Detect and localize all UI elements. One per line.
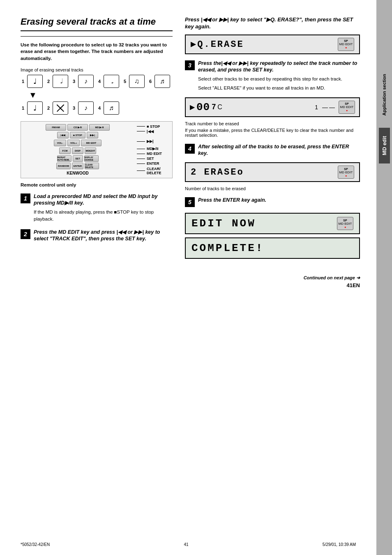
track-num-r2-2: 2 bbox=[46, 106, 51, 111]
step-5-num: 5 bbox=[185, 197, 195, 207]
btn-stop: ■ STOP bbox=[70, 132, 85, 138]
track-note: If you make a mistake, press the CLEAR/D… bbox=[185, 128, 360, 138]
footer: *5052/32-42/EN 41 5/29/01, 10:39 AM bbox=[21, 542, 356, 547]
label-md-edit: MD EDIT bbox=[137, 152, 170, 156]
track-box-5: ♫ bbox=[129, 75, 145, 88]
btn-clear-delete: CLEAR/ DELETE bbox=[85, 163, 99, 169]
track-box-r2-2: 𝅗𝅥 bbox=[53, 101, 68, 115]
btn-md-edit-facade: MD EDIT bbox=[81, 140, 101, 146]
btn-vol-up: VOL+ bbox=[67, 140, 80, 146]
lcd-indicator-3: SP MD EDIT ● bbox=[338, 166, 354, 179]
step-3-num: 3 bbox=[185, 60, 195, 70]
track-box-r2-3: ♪ bbox=[78, 101, 94, 115]
lcd-indicator-1: SP MD EDIT ● bbox=[338, 38, 354, 51]
lcd-erase-text: 2 ERASEo bbox=[191, 167, 244, 177]
track-num-r2-3: 3 bbox=[71, 106, 76, 111]
btn-md-edit-2: MDEDIT bbox=[85, 147, 96, 154]
track-box-r2-4: ♬ bbox=[104, 101, 119, 115]
btn-fcm: FCM bbox=[59, 147, 71, 154]
btn-repeat: REPEAT AUTO-REML bbox=[57, 155, 71, 162]
lcd-erase-count: 2 ERASEo SP MD EDIT ● bbox=[185, 162, 360, 182]
track-number-display: ▶ 00 7 C 1 —— SP MD EDIT ● bbox=[185, 97, 360, 117]
device-diagram: FM/AM CD ▶/II MD ▶/II |◀◀ ■ STOP ▶▶| bbox=[21, 121, 173, 178]
track-diagram: 1 ♩ 2 𝅗𝅥 3 ♪ 4 bbox=[21, 75, 173, 115]
intro-text: Use the following procedure to select up… bbox=[21, 41, 173, 61]
step-3-text: Press the|◀◀ or ▶▶| key repeatedly to se… bbox=[198, 60, 360, 74]
step-5-text: Press the ENTER key again. bbox=[198, 197, 266, 203]
step-2-text: Press the MD EDIT key and press |◀◀ or ▶… bbox=[34, 229, 173, 242]
step-2-press-instruction: Press |◀◀ or ▶▶| key to select "▶Q. ERAS… bbox=[185, 16, 360, 30]
step-1-body: If the MD is already playing, press the … bbox=[34, 209, 173, 223]
page-title: Erasing several tracks at a time bbox=[21, 16, 173, 31]
step-2-num: 2 bbox=[21, 229, 30, 239]
lcd-q-erase-text: ▶Q.ERASE bbox=[191, 39, 244, 50]
lcd-q-erase: ▶Q.ERASE SP MD EDIT ● bbox=[185, 35, 360, 54]
sidebar-right: Application section MD edit bbox=[376, 0, 392, 555]
step-4-text: After selecting all of the tracks to be … bbox=[198, 143, 360, 157]
btn-change: DISPLAY CHANGE bbox=[84, 155, 99, 162]
step-1: 1 Load a prerecorded MD and select the M… bbox=[21, 193, 173, 223]
step-4-num: 4 bbox=[185, 144, 195, 154]
label-enter: ENTER bbox=[137, 161, 170, 166]
label-stop: ■ STOP bbox=[137, 124, 170, 129]
btn-rewind: |◀◀ bbox=[57, 132, 69, 138]
btn-enter: ENTER bbox=[72, 163, 83, 169]
lcd-complete: COMPLETE! SP bbox=[185, 237, 360, 259]
btn-ff: ▶▶| bbox=[87, 132, 98, 138]
footer-left-text: *5052/32-42/EN bbox=[21, 542, 50, 547]
btn-set: SET bbox=[73, 155, 83, 162]
track-box-3: ♪ bbox=[78, 75, 94, 88]
track-caption: Track number to be erased bbox=[185, 121, 360, 126]
footer-date: 5/29/01, 10:39 AM bbox=[323, 542, 356, 547]
step-4: 4 After selecting all of the tracks to b… bbox=[185, 143, 360, 157]
track-num-2: 2 bbox=[46, 79, 51, 84]
btn-fm-am: FM/AM bbox=[46, 124, 66, 131]
track-num-6: 6 bbox=[148, 79, 153, 84]
track-box-r2-1: ♩ bbox=[27, 101, 43, 115]
lcd-indicator-2: SP MD EDIT ● bbox=[339, 101, 355, 114]
track-num-4: 4 bbox=[97, 79, 102, 84]
track-row-2: 1 ♩ 2 𝅗𝅥 3 ♪ 4 bbox=[21, 101, 173, 115]
step-1-text: Load a prerecorded MD and select the MD … bbox=[34, 193, 173, 207]
label-rewind: |◀◀ bbox=[137, 129, 170, 134]
step-3-body2: Select "ALL ERASE" if you want to erase … bbox=[198, 85, 360, 92]
sidebar-md-label: MD edit bbox=[379, 128, 390, 164]
track-box-6: ♬ bbox=[154, 75, 170, 88]
track-num-r2-1: 1 bbox=[21, 106, 25, 111]
footer-right-content: Continued on next page ➜ 41EN bbox=[185, 275, 360, 289]
track-num-5: 5 bbox=[122, 79, 127, 84]
lcd-indicator-4: SP MD EDIT ● bbox=[337, 217, 353, 230]
btn-disp: DISP bbox=[72, 147, 83, 154]
label-set: SET bbox=[137, 157, 170, 161]
sidebar-app-label: Application section bbox=[382, 74, 387, 115]
label-clear-delete: CLEAR/DELETE bbox=[137, 167, 170, 175]
btn-md-play-top: MD ▶/II bbox=[89, 124, 110, 131]
arrow-down: ▼ bbox=[29, 90, 173, 100]
lcd-complete-text: COMPLETE! bbox=[191, 242, 264, 254]
page-number: 41EN bbox=[185, 281, 360, 289]
track-num-3: 3 bbox=[71, 79, 76, 84]
track-num-r2-4: 4 bbox=[97, 106, 102, 111]
kenwood-label: KENWOOD bbox=[23, 171, 132, 175]
btn-random: RANDOM bbox=[56, 163, 71, 169]
track-row-1: 1 ♩ 2 𝅗𝅥 3 ♪ 4 bbox=[21, 75, 173, 88]
lcd-edit-now-text: EDIT NOW bbox=[191, 217, 256, 230]
image-caption: Image of erasing several tracks bbox=[21, 67, 173, 72]
continued-text: Continued on next page ➜ bbox=[185, 275, 360, 281]
track-box-1: ♩ bbox=[27, 75, 43, 88]
track-num-1: 1 bbox=[21, 79, 25, 84]
step-2: 2 Press the MD EDIT key and press |◀◀ or… bbox=[21, 229, 173, 242]
label-md-play: MD▶/II bbox=[137, 147, 170, 151]
step-3: 3 Press the|◀◀ or ▶▶| key repeatedly to … bbox=[185, 60, 360, 92]
step-3-body1: Select other tracks to be erased by repe… bbox=[198, 76, 360, 83]
track-box-2: 𝅗𝅥 bbox=[53, 75, 68, 88]
footer-center-page: 41 bbox=[184, 542, 188, 547]
erase-count-caption: Number of tracks to be erased bbox=[185, 186, 360, 191]
lcd-edit-now: EDIT NOW SP MD EDIT ● bbox=[185, 213, 360, 234]
label-ff: ▶▶| bbox=[137, 139, 170, 143]
remote-label: Remote control unit only bbox=[21, 182, 173, 187]
track-box-4: 𝅗 bbox=[104, 75, 119, 88]
btn-vol-down: VOL- bbox=[54, 140, 66, 146]
step-1-num: 1 bbox=[21, 193, 30, 203]
btn-cd: CD ▶/II bbox=[67, 124, 88, 131]
